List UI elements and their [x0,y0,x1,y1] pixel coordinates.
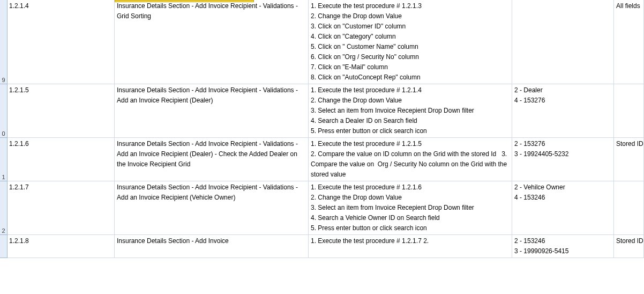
cell-note[interactable]: Stored ID Values on [614,138,644,181]
cell-note[interactable]: All fields [614,0,644,84]
cell-id[interactable]: 1.2.1.5 [8,84,115,138]
cell-steps[interactable]: 1. Execute the test procedure # 1.2.1.3 … [309,0,512,84]
cell-steps[interactable]: 1. Execute the test procedure # 1.2.1.7 … [309,235,512,258]
cell-title[interactable]: Insurance Details Section - Add Invoice [115,235,309,258]
cell-id[interactable]: 1.2.1.6 [8,138,115,181]
cell-data[interactable] [512,0,614,84]
cell-steps[interactable]: 1. Execute the test procedure # 1.2.1.5 … [309,138,512,181]
row-header[interactable]: 1 [0,138,8,181]
row-header[interactable]: 0 [0,84,8,138]
cell-id[interactable]: 1.2.1.7 [8,181,115,235]
spreadsheet-grid[interactable]: 9 1.2.1.4 Insurance Details Section - Ad… [0,0,644,258]
cell-id[interactable]: 1.2.1.8 [8,235,115,258]
cell-note[interactable] [614,84,644,138]
cell-data[interactable]: 2 - Vehilce Owner 4 - 153246 [512,181,614,235]
cell-data[interactable]: 2 - 153246 3 - 19990926-5415 [512,235,614,258]
cell-title[interactable]: Insurance Details Section - Add Invoice … [115,84,309,138]
selected-column-indicator [115,0,254,2]
cell-title[interactable]: Insurance Details Section - Add Invoice … [115,0,309,84]
row-header[interactable]: 9 [0,0,8,84]
cell-note[interactable]: Stored ID [614,235,644,258]
cell-title[interactable]: Insurance Details Section - Add Invoice … [115,138,309,181]
cell-data[interactable]: 2 - Dealer 4 - 153276 [512,84,614,138]
row-header[interactable]: 2 [0,181,8,235]
cell-steps[interactable]: 1. Execute the test procedure # 1.2.1.4 … [309,84,512,138]
cell-title[interactable]: Insurance Details Section - Add Invoice … [115,181,309,235]
row-header[interactable] [0,235,8,258]
cell-note[interactable] [614,181,644,235]
cell-id[interactable]: 1.2.1.4 [8,0,115,84]
cell-data[interactable]: 2 - 153276 3 - 19924405-5232 [512,138,614,181]
cell-steps[interactable]: 1. Execute the test procedure # 1.2.1.6 … [309,181,512,235]
